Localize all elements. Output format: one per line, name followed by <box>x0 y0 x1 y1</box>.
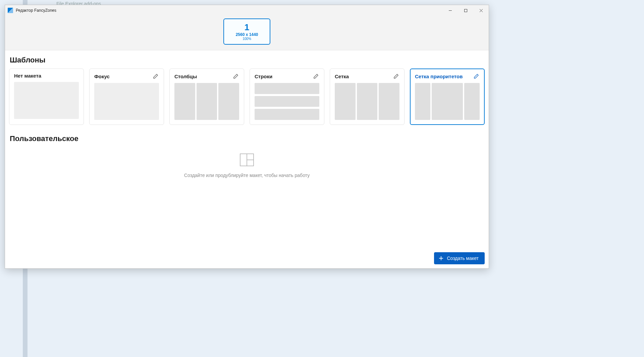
template-card-columns[interactable]: Столбцы <box>169 69 244 125</box>
template-preview-rows <box>255 83 319 120</box>
minimize-button[interactable] <box>442 5 458 16</box>
template-card-focus[interactable]: Фокус <box>89 69 164 125</box>
svg-rect-1 <box>464 9 467 12</box>
edit-template-button[interactable] <box>152 73 159 80</box>
monitor-card-1[interactable]: 1 2560 x 1440 100% <box>223 18 270 45</box>
template-label: Столбцы <box>174 74 197 79</box>
pencil-icon <box>313 74 319 79</box>
titlebar[interactable]: Редактор FancyZones <box>5 5 489 16</box>
edit-template-button[interactable] <box>473 73 480 80</box>
custom-empty-message: Создайте или продублируйте макет, чтобы … <box>184 173 310 178</box>
monitor-scale: 100% <box>243 37 251 41</box>
template-card-blank[interactable]: Нет макета <box>9 69 84 125</box>
template-label: Строки <box>255 74 272 79</box>
template-preview-focus <box>94 83 159 120</box>
template-card-grid[interactable]: Сетка <box>330 69 405 125</box>
template-label: Сетка <box>335 74 349 79</box>
template-preview-grid <box>335 83 399 120</box>
edit-template-button[interactable] <box>232 73 239 80</box>
monitor-selector-bar: 1 2560 x 1440 100% <box>5 16 489 50</box>
template-label: Нет макета <box>14 73 41 79</box>
pencil-icon <box>153 74 158 79</box>
close-button[interactable] <box>473 5 489 16</box>
monitor-resolution: 2560 x 1440 <box>236 32 258 37</box>
custom-heading: Пользовательское <box>10 134 485 143</box>
pencil-icon <box>393 74 399 79</box>
template-label: Фокус <box>94 74 110 79</box>
app-icon <box>8 8 13 13</box>
create-layout-button[interactable]: Создать макет <box>434 252 485 264</box>
fancyzones-editor-window: Редактор FancyZones 1 2560 x 1440 100% Ш… <box>5 5 489 269</box>
plus-icon <box>439 256 443 261</box>
maximize-button[interactable] <box>458 5 473 16</box>
edit-template-button[interactable] <box>313 73 319 80</box>
template-card-priority-grid[interactable]: Сетка приоритетов <box>410 69 485 125</box>
create-layout-label: Создать макет <box>447 256 479 261</box>
pencil-icon <box>233 74 238 79</box>
window-title: Редактор FancyZones <box>16 8 56 13</box>
edit-template-button[interactable] <box>393 73 399 80</box>
templates-row: Нет макета Фокус Стол <box>9 69 485 125</box>
layout-placeholder-icon <box>239 153 254 167</box>
template-preview-priority <box>415 83 480 120</box>
custom-empty-state: Создайте или продублируйте макет, чтобы … <box>9 153 485 178</box>
monitor-index: 1 <box>245 23 249 32</box>
template-label: Сетка приоритетов <box>415 74 463 79</box>
pencil-icon <box>474 74 479 79</box>
template-preview-blank <box>14 82 79 119</box>
template-preview-columns <box>174 83 239 120</box>
templates-heading: Шаблоны <box>10 56 485 64</box>
template-card-rows[interactable]: Строки <box>250 69 324 125</box>
